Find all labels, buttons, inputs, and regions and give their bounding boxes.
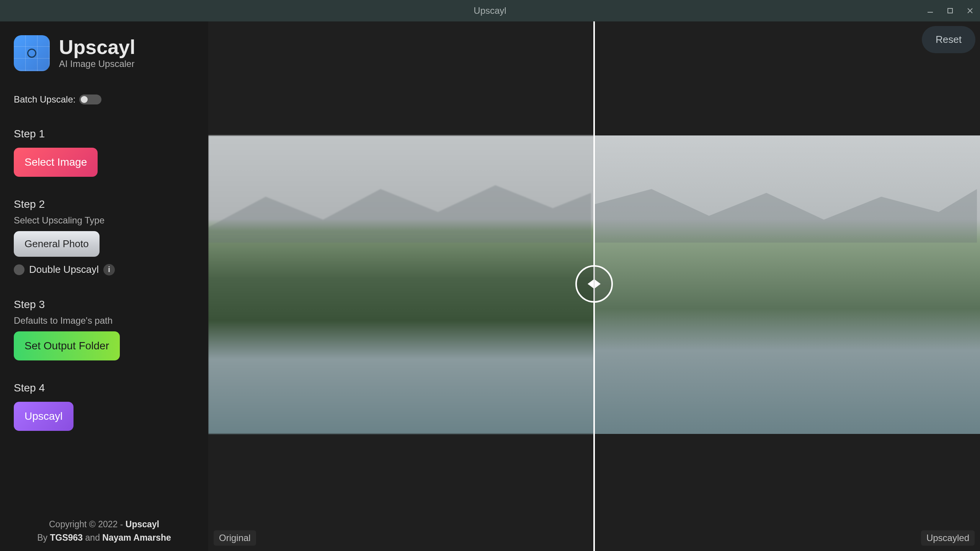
step2-sublabel: Select Upscaling Type bbox=[14, 215, 194, 226]
close-button[interactable] bbox=[960, 0, 980, 21]
preview-area: Reset Original Upscayled bbox=[208, 21, 980, 551]
close-icon bbox=[967, 8, 973, 14]
author1-link[interactable]: TGS963 bbox=[50, 533, 83, 543]
arrow-right-icon bbox=[595, 279, 601, 289]
model-select-dropdown[interactable]: General Photo bbox=[14, 231, 100, 257]
landscape-decoration bbox=[594, 166, 977, 243]
upscaled-badge: Upscayled bbox=[921, 530, 975, 546]
sidebar: Upscayl AI Image Upscaler Batch Upscale:… bbox=[0, 21, 208, 551]
original-image-half bbox=[208, 135, 594, 434]
maximize-icon bbox=[947, 8, 953, 14]
app-header: Upscayl AI Image Upscaler bbox=[14, 35, 194, 71]
step4-label: Step 4 bbox=[14, 382, 194, 394]
select-image-button[interactable]: Select Image bbox=[14, 148, 98, 177]
window-title: Upscayl bbox=[474, 5, 506, 16]
info-icon[interactable]: i bbox=[103, 264, 115, 276]
author2-link[interactable]: Nayam Amarshe bbox=[102, 533, 171, 543]
step3-label: Step 3 bbox=[14, 298, 194, 311]
copyright-text: Copyright © 2022 - bbox=[49, 519, 126, 529]
batch-upscale-label: Batch Upscale: bbox=[14, 94, 75, 105]
arrow-left-icon bbox=[588, 279, 594, 289]
maximize-button[interactable] bbox=[940, 0, 960, 21]
app-title: Upscayl bbox=[59, 37, 135, 57]
double-upscayl-toggle[interactable] bbox=[14, 264, 24, 275]
by-text: By bbox=[37, 533, 50, 543]
step2-label: Step 2 bbox=[14, 198, 194, 210]
step3-sublabel: Defaults to Image's path bbox=[14, 315, 194, 326]
svg-rect-1 bbox=[948, 8, 952, 13]
step1-label: Step 1 bbox=[14, 128, 194, 140]
double-upscayl-row: Double Upscayl i bbox=[14, 264, 194, 276]
and-text: and bbox=[83, 533, 102, 543]
reset-button[interactable]: Reset bbox=[922, 26, 975, 53]
app-logo-icon bbox=[14, 35, 50, 71]
app-subtitle: AI Image Upscaler bbox=[59, 59, 135, 69]
upscayl-button[interactable]: Upscayl bbox=[14, 402, 74, 431]
upscaled-image-half bbox=[594, 135, 980, 434]
original-badge: Original bbox=[214, 530, 256, 546]
comparison-slider-handle[interactable] bbox=[575, 265, 613, 303]
double-upscayl-label: Double Upscayl bbox=[29, 264, 99, 276]
titlebar: Upscayl bbox=[0, 0, 980, 21]
minimize-icon bbox=[927, 7, 934, 14]
batch-upscale-row: Batch Upscale: bbox=[14, 94, 194, 105]
batch-upscale-toggle[interactable] bbox=[79, 95, 101, 104]
window-controls bbox=[920, 0, 980, 21]
landscape-decoration bbox=[208, 166, 591, 243]
set-output-folder-button[interactable]: Set Output Folder bbox=[14, 331, 120, 360]
footer: Copyright © 2022 - Upscayl By TGS963 and… bbox=[0, 518, 208, 544]
minimize-button[interactable] bbox=[920, 0, 940, 21]
copyright-app: Upscayl bbox=[126, 519, 159, 529]
